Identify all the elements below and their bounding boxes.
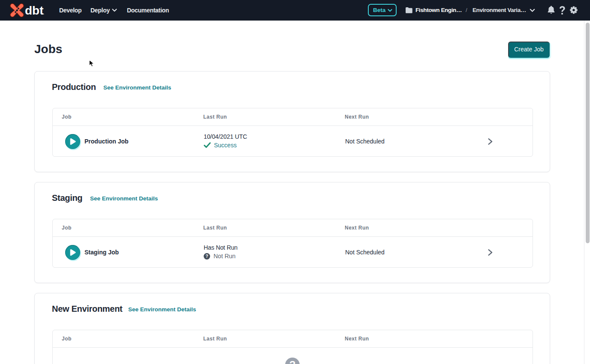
svg-text:?: ? [289,359,296,364]
svg-text:?: ? [205,254,208,259]
